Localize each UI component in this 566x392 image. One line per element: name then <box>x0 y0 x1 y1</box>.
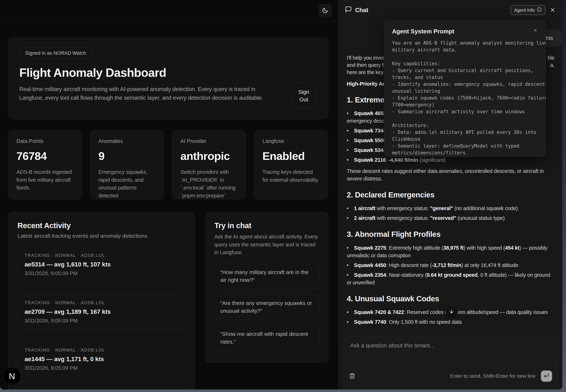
bullet-dot: • <box>347 244 354 252</box>
activity-timestamp: 3/31/2026, 9:05:09 PM <box>25 270 179 276</box>
activity-meta: TRACKING · NORMAL · ADSB.LOL <box>25 348 179 353</box>
chat-input-container: Enter to send, Shift+Enter for new line <box>344 337 558 387</box>
stat-card-anomalies: Anomalies9Emergency squawks, rapid desce… <box>90 130 164 199</box>
agent-info-label: Agent Info <box>514 8 535 13</box>
message-bullet-list: •1 aircraft with emergency status: "gene… <box>347 205 554 222</box>
nextjs-badge-letter: N <box>9 371 15 381</box>
message-bullet: •Squawk 2116: -4,640 ft/min (significant… <box>347 156 554 164</box>
scroll-to-bottom-button[interactable] <box>445 306 457 318</box>
try-in-chat-card: Try in chat Ask the AI agent about aircr… <box>205 212 328 363</box>
message-bullet: •1 aircraft with emergency status: "gene… <box>347 205 554 212</box>
activity-timestamp: 3/31/2026, 9:05:09 PM <box>25 365 179 371</box>
stat-description: Emergency squawks, rapid descents, and u… <box>98 168 155 200</box>
popover-body: You are an ADS-B flight anomaly analyst … <box>392 40 538 157</box>
clear-chat-button[interactable] <box>349 373 355 379</box>
recent-activity-subtitle: Latest aircraft tracking events and anom… <box>17 233 185 239</box>
hero-description: Real-time military aircraft monitoring w… <box>19 85 279 102</box>
popover-line: You are an ADS-B flight anomaly analyst … <box>392 40 538 46</box>
bullet-dot: • <box>347 318 354 326</box>
popover-line: - Query current and historical aircraft … <box>392 67 538 74</box>
chat-close-button[interactable] <box>550 7 555 13</box>
bullet-dot: • <box>347 205 354 212</box>
chat-suggestion[interactable]: “Show me aircraft with rapid descent rat… <box>214 325 319 351</box>
stat-value: Enabled <box>262 150 319 162</box>
bullet-dot: • <box>347 214 354 222</box>
chat-header-actions: Agent Info <box>511 6 555 15</box>
popover-line <box>392 53 538 60</box>
activity-item[interactable]: TRACKING · NORMAL · ADSB.LOLae2709 — avg… <box>17 295 185 329</box>
popover-line: - Semantic layer: defineQueryModel with … <box>392 142 538 149</box>
message-section-heading: 3. Abnormal Flight Profiles <box>347 230 554 238</box>
activity-title: ae5314 — avg 1,610 ft, 107 kts <box>25 261 179 268</box>
message-paragraph: These descent rates suggest either data … <box>347 167 554 182</box>
stat-description: Tracing keys detected for external obser… <box>262 168 319 184</box>
activity-item[interactable]: TRACKING · NORMAL · ADSB.LOLae1445 — avg… <box>17 342 185 377</box>
activity-meta: TRACKING · NORMAL · ADSB.LOL <box>25 253 179 258</box>
chat-title-group: Chat <box>345 6 368 14</box>
popover-line: metrics/dimensions/filters <box>392 149 538 156</box>
activity-item[interactable]: TRACKING · NORMAL · ADSB.LOLae5314 — avg… <box>17 247 185 282</box>
bullet-dot: • <box>347 146 354 154</box>
popover-close-button[interactable] <box>533 28 538 33</box>
theme-toggle-button[interactable] <box>318 4 331 17</box>
dashboard-pane: Signed in as NORAD Watch Flight Anomaly … <box>0 0 338 390</box>
bullet-dot: • <box>347 110 354 117</box>
send-button[interactable] <box>541 370 552 382</box>
message-bullet-list: •Squawk 2275: Extremely high altitude (3… <box>347 244 554 286</box>
intro-left-fragment: here are the key a <box>347 69 388 76</box>
popover-line: - Data: adsb.lol military API polled eve… <box>392 129 538 136</box>
page-title: Flight Anomaly Dashboard <box>19 66 317 80</box>
popover-line: military aircraft data. <box>392 46 538 53</box>
activity-title: ae1445 — avg 1,171 ft, 0 kts <box>25 355 179 363</box>
bullet-dot: • <box>347 137 354 144</box>
chat-input-area <box>344 337 557 365</box>
stat-card-data-points: Data Points76784ADS-B records ingested f… <box>8 130 82 199</box>
popover-line: tracks, and status <box>392 74 538 81</box>
dashboard-header <box>0 0 338 21</box>
activity-item[interactable]: TRACKING · NORMAL · ADSB.LOL <box>17 389 185 390</box>
popover-line <box>392 115 538 122</box>
arrow-down-icon <box>449 308 454 315</box>
stat-description: Switch providers with `AI_PROVIDER` in `… <box>180 168 237 200</box>
bullet-dot: • <box>347 261 354 269</box>
activity-title: ae2709 — avg 1,189 ft, 167 kts <box>25 308 179 315</box>
desktop-background: Signed in as NORAD Watch Flight Anomaly … <box>0 0 566 392</box>
close-icon <box>533 28 538 33</box>
popover-title: Agent System Prompt <box>392 28 454 35</box>
stat-card-ai-provider: AI ProvideranthropicSwitch providers wit… <box>172 130 246 199</box>
bullet-dot: • <box>347 308 354 316</box>
popover-line: - Summarize aircraft activity over time … <box>392 108 538 115</box>
sign-out-button[interactable]: Sign Out <box>290 82 318 109</box>
activity-timestamp: 3/31/2026, 9:05:09 PM <box>25 318 179 324</box>
activity-list: TRACKING · NORMAL · ADSB.LOLae5314 — avg… <box>17 247 185 390</box>
trash-icon <box>349 373 355 379</box>
popover-line: - MCP tools: registerModelTool exposes t… <box>392 156 538 157</box>
return-icon <box>543 372 550 380</box>
chat-header: Chat Agent Info <box>338 0 562 20</box>
chat-title: Chat <box>355 7 368 14</box>
intro-right-fragment: a, <box>550 61 554 69</box>
intro-left-fragment: I'll help you inves <box>347 54 385 61</box>
close-icon <box>550 7 555 13</box>
popover-line: unusual loitering <box>392 88 538 95</box>
chat-suggestion[interactable]: “How many military aircraft are in the a… <box>214 263 319 289</box>
app-window: Signed in as NORAD Watch Flight Anomaly … <box>0 0 562 390</box>
stat-label: Data Points <box>16 138 73 144</box>
agent-info-button[interactable]: Agent Info <box>511 6 545 15</box>
popover-line: - Explain squawk codes (7500=hijack, 760… <box>392 95 538 101</box>
suggestion-chip-fragment: hts <box>546 35 553 41</box>
agent-system-prompt-popover: Agent System Prompt You are an ADS-B fli… <box>384 21 546 157</box>
moon-icon <box>322 7 328 14</box>
popover-line: - Identify anomalies: emergency squawks,… <box>392 81 538 88</box>
message-bullet: •Squawk 2275: Extremely high altitude (3… <box>347 244 554 259</box>
chat-input[interactable] <box>344 337 557 365</box>
popover-line: Architecture: <box>392 122 538 129</box>
chat-suggestion[interactable]: “Are there any emergency squawks or unus… <box>214 294 319 320</box>
nextjs-badge[interactable]: N <box>3 367 21 385</box>
message-bullet: •Squawk 7740: Only 1,500 ft with no spee… <box>347 318 554 326</box>
stat-value: 9 <box>98 150 155 162</box>
stat-label: Anomalies <box>98 138 155 144</box>
message-bullet: •Squawk 2354: Near-stationary (0.64 kt g… <box>347 271 554 286</box>
bullet-dot: • <box>347 271 354 279</box>
intro-left-fragment: and then query fo <box>347 61 386 69</box>
